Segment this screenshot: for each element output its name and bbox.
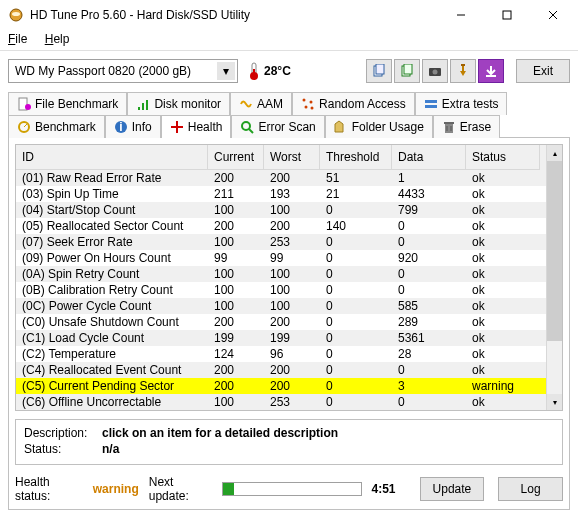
- timer-value: 4:51: [372, 482, 396, 496]
- tab-extra-tests[interactable]: Extra tests: [415, 92, 508, 115]
- cell-status: warning: [466, 378, 540, 394]
- svg-point-14: [433, 70, 438, 75]
- cell-status: ok: [466, 266, 540, 282]
- grid-header: ID Current Worst Threshold Data Status: [16, 145, 546, 170]
- next-update-progress: [222, 482, 362, 496]
- cell-data: 920: [392, 250, 466, 266]
- col-data[interactable]: Data: [392, 145, 466, 170]
- exit-button[interactable]: Exit: [516, 59, 570, 83]
- table-row[interactable]: (C0) Unsafe Shutdown Count2002000289ok: [16, 314, 546, 330]
- tab-label: Health: [188, 120, 223, 134]
- cell-data: 0: [392, 282, 466, 298]
- cell-status: ok: [466, 298, 540, 314]
- cell-status: ok: [466, 346, 540, 362]
- col-worst[interactable]: Worst: [264, 145, 320, 170]
- tab-benchmark[interactable]: Benchmark: [8, 115, 105, 138]
- col-status[interactable]: Status: [466, 145, 540, 170]
- tab-label: Erase: [460, 120, 491, 134]
- cell-threshold: 0: [320, 346, 392, 362]
- screenshot-button[interactable]: [422, 59, 448, 83]
- tab-disk-monitor[interactable]: Disk monitor: [127, 92, 230, 115]
- table-row[interactable]: (C4) Reallocated Event Count20020000ok: [16, 362, 546, 378]
- col-threshold[interactable]: Threshold: [320, 145, 392, 170]
- scroll-thumb[interactable]: [547, 161, 562, 341]
- cell-threshold: 0: [320, 250, 392, 266]
- cell-threshold: 0: [320, 202, 392, 218]
- cell-current: 100: [208, 234, 264, 250]
- table-row[interactable]: (0B) Calibration Retry Count10010000ok: [16, 282, 546, 298]
- tab-info[interactable]: iInfo: [105, 115, 161, 138]
- cell-id: (C6) Offline Uncorrectable: [16, 394, 208, 410]
- close-button[interactable]: [530, 0, 576, 30]
- table-row[interactable]: (0A) Spin Retry Count10010000ok: [16, 266, 546, 282]
- menu-file[interactable]: File: [8, 32, 27, 46]
- copy-info-button[interactable]: [366, 59, 392, 83]
- save-button[interactable]: [478, 59, 504, 83]
- table-row[interactable]: (C5) Current Pending Sector20020003warni…: [16, 378, 546, 394]
- footer: Health status: warning Next update: 4:51…: [15, 475, 563, 503]
- drive-select[interactable]: WD My Passport 0820 (2000 gB) ▾: [8, 59, 238, 83]
- health-status-label: Health status:: [15, 475, 83, 503]
- copy-screenshot-button[interactable]: [394, 59, 420, 83]
- tab-aam[interactable]: AAM: [230, 92, 292, 115]
- tab-label: Extra tests: [442, 97, 499, 111]
- table-row[interactable]: (C2) Temperature12496028ok: [16, 346, 546, 362]
- log-button[interactable]: Log: [498, 477, 563, 501]
- minimize-button[interactable]: [438, 0, 484, 30]
- cell-worst: 200: [264, 170, 320, 186]
- svg-point-19: [25, 104, 31, 110]
- svg-rect-22: [146, 100, 148, 110]
- scroll-down-button[interactable]: ▾: [547, 394, 562, 410]
- description-box: Description: click on an item for a deta…: [15, 419, 563, 465]
- table-row[interactable]: (0C) Power Cycle Count1001000585ok: [16, 298, 546, 314]
- cell-current: 211: [208, 186, 264, 202]
- tab-folder-usage[interactable]: Folder Usage: [325, 115, 433, 138]
- tab-erase[interactable]: Erase: [433, 115, 500, 138]
- cell-worst: 100: [264, 298, 320, 314]
- menu-help[interactable]: Help: [45, 32, 70, 46]
- table-row[interactable]: (01) Raw Read Error Rate200200511ok: [16, 170, 546, 186]
- cell-current: 124: [208, 346, 264, 362]
- tab-label: Error Scan: [258, 120, 315, 134]
- update-button[interactable]: Update: [420, 477, 485, 501]
- svg-rect-10: [376, 64, 384, 74]
- table-row[interactable]: (C1) Load Cycle Count19919905361ok: [16, 330, 546, 346]
- cell-id: (C2) Temperature: [16, 346, 208, 362]
- tab-health[interactable]: Health: [161, 115, 232, 138]
- col-id[interactable]: ID: [16, 145, 208, 170]
- table-row[interactable]: (05) Reallocated Sector Count2002001400o…: [16, 218, 546, 234]
- scrollbar[interactable]: ▴ ▾: [546, 145, 562, 410]
- svg-line-30: [24, 124, 27, 127]
- cell-threshold: 0: [320, 234, 392, 250]
- toolbar: WD My Passport 0820 (2000 gB) ▾ 28°C Exi…: [0, 55, 578, 91]
- svg-rect-37: [445, 124, 453, 133]
- table-row[interactable]: (03) Spin Up Time211193214433ok: [16, 186, 546, 202]
- table-row[interactable]: (07) Seek Error Rate10025300ok: [16, 234, 546, 250]
- cell-threshold: 21: [320, 186, 392, 202]
- cell-threshold: 0: [320, 266, 392, 282]
- tab-label: Folder Usage: [352, 120, 424, 134]
- tab-label: Disk monitor: [154, 97, 221, 111]
- cell-id: (0B) Calibration Retry Count: [16, 282, 208, 298]
- col-current[interactable]: Current: [208, 145, 264, 170]
- cell-worst: 193: [264, 186, 320, 202]
- svg-text:i: i: [119, 120, 122, 134]
- tab-random-access[interactable]: Random Access: [292, 92, 415, 115]
- table-row[interactable]: (C6) Offline Uncorrectable10025300ok: [16, 394, 546, 410]
- table-row[interactable]: (04) Start/Stop Count1001000799ok: [16, 202, 546, 218]
- health-content: ID Current Worst Threshold Data Status (…: [8, 137, 570, 510]
- maximize-button[interactable]: [484, 0, 530, 30]
- cell-status: ok: [466, 202, 540, 218]
- scroll-up-button[interactable]: ▴: [547, 145, 562, 161]
- chevron-down-icon: ▾: [217, 62, 235, 80]
- thermometer-icon: [248, 61, 260, 81]
- cell-worst: 200: [264, 362, 320, 378]
- cell-current: 99: [208, 250, 264, 266]
- tab-label: Benchmark: [35, 120, 96, 134]
- tab-error-scan[interactable]: Error Scan: [231, 115, 324, 138]
- cell-data: 0: [392, 394, 466, 410]
- svg-line-36: [249, 129, 253, 133]
- options-button[interactable]: [450, 59, 476, 83]
- table-row[interactable]: (09) Power On Hours Count99990920ok: [16, 250, 546, 266]
- tab-file-benchmark[interactable]: File Benchmark: [8, 92, 127, 115]
